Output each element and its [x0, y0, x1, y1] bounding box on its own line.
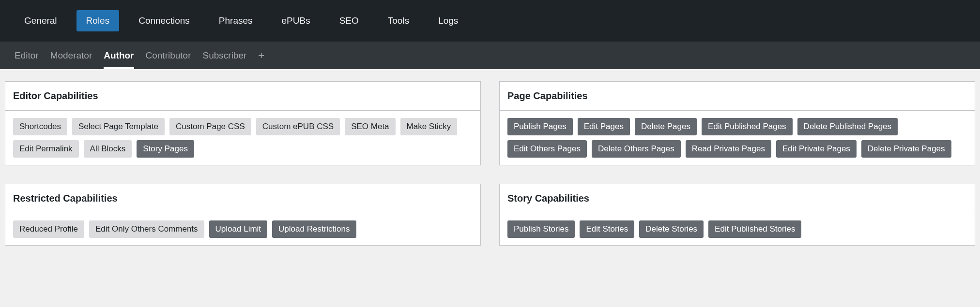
cap-read-private-pages[interactable]: Read Private Pages — [686, 140, 771, 158]
content-area: Editor CapabilitiesShortcodesSelect Page… — [0, 69, 980, 258]
cap-delete-others-pages[interactable]: Delete Others Pages — [592, 140, 681, 158]
right-column: Page CapabilitiesPublish PagesEdit Pages… — [499, 81, 975, 246]
cap-delete-private-pages[interactable]: Delete Private Pages — [861, 140, 951, 158]
cap-publish-stories[interactable]: Publish Stories — [507, 220, 575, 238]
cap-edit-pages[interactable]: Edit Pages — [578, 118, 630, 135]
story-capabilities-panel-header: Story Capabilities — [500, 184, 975, 213]
role-subscriber[interactable]: Subscriber — [203, 42, 247, 69]
editor-capabilities-panel-header: Editor Capabilities — [5, 82, 480, 111]
cap-upload-limit[interactable]: Upload Limit — [209, 220, 268, 238]
cap-custom-page-css[interactable]: Custom Page CSS — [169, 118, 251, 135]
secondary-nav: EditorModeratorAuthorContributorSubscrib… — [0, 42, 980, 69]
restricted-capabilities-panel: Restricted CapabilitiesReduced ProfileEd… — [5, 184, 481, 246]
cap-edit-published-stories[interactable]: Edit Published Stories — [708, 220, 801, 238]
plus-icon: + — [258, 49, 264, 62]
cap-delete-published-pages[interactable]: Delete Published Pages — [797, 118, 898, 135]
add-role-button[interactable]: + — [258, 42, 264, 69]
nav-general[interactable]: General — [15, 10, 67, 31]
cap-edit-published-pages[interactable]: Edit Published Pages — [702, 118, 793, 135]
page-capabilities-panel-header: Page Capabilities — [500, 82, 975, 111]
page-capabilities-panel-body: Publish PagesEdit PagesDelete PagesEdit … — [500, 111, 975, 165]
nav-connections[interactable]: Connections — [129, 10, 199, 31]
nav-tools[interactable]: Tools — [378, 10, 419, 31]
role-author[interactable]: Author — [104, 42, 134, 69]
cap-publish-pages[interactable]: Publish Pages — [507, 118, 573, 135]
nav-phrases[interactable]: Phrases — [209, 10, 262, 31]
primary-nav: GeneralRolesConnectionsPhrasesePUBsSEOTo… — [0, 0, 980, 42]
cap-select-page-template[interactable]: Select Page Template — [72, 118, 165, 135]
cap-upload-restrictions[interactable]: Upload Restrictions — [272, 220, 356, 238]
cap-reduced-profile[interactable]: Reduced Profile — [13, 220, 84, 238]
story-capabilities-panel: Story CapabilitiesPublish StoriesEdit St… — [499, 184, 975, 246]
role-editor[interactable]: Editor — [15, 42, 39, 69]
cap-edit-private-pages[interactable]: Edit Private Pages — [776, 140, 857, 158]
cap-edit-others-pages[interactable]: Edit Others Pages — [507, 140, 587, 158]
restricted-capabilities-panel-header: Restricted Capabilities — [5, 184, 480, 213]
editor-capabilities-panel: Editor CapabilitiesShortcodesSelect Page… — [5, 81, 481, 165]
restricted-capabilities-panel-body: Reduced ProfileEdit Only Others Comments… — [5, 213, 480, 245]
cap-edit-only-others-comments[interactable]: Edit Only Others Comments — [89, 220, 204, 238]
nav-epubs[interactable]: ePUBs — [272, 10, 320, 31]
editor-capabilities-panel-body: ShortcodesSelect Page TemplateCustom Pag… — [5, 111, 480, 165]
cap-seo-meta[interactable]: SEO Meta — [345, 118, 395, 135]
nav-logs[interactable]: Logs — [429, 10, 468, 31]
cap-story-pages[interactable]: Story Pages — [137, 140, 194, 158]
cap-custom-epub-css[interactable]: Custom ePUB CSS — [256, 118, 340, 135]
cap-shortcodes[interactable]: Shortcodes — [13, 118, 67, 135]
role-moderator[interactable]: Moderator — [50, 42, 92, 69]
cap-make-sticky[interactable]: Make Sticky — [400, 118, 458, 135]
cap-delete-pages[interactable]: Delete Pages — [635, 118, 697, 135]
cap-edit-stories[interactable]: Edit Stories — [580, 220, 634, 238]
cap-edit-permalink[interactable]: Edit Permalink — [13, 140, 79, 158]
page-capabilities-panel: Page CapabilitiesPublish PagesEdit Pages… — [499, 81, 975, 165]
cap-delete-stories[interactable]: Delete Stories — [639, 220, 704, 238]
nav-roles[interactable]: Roles — [77, 10, 120, 31]
nav-seo[interactable]: SEO — [330, 10, 368, 31]
role-contributor[interactable]: Contributor — [146, 42, 191, 69]
cap-all-blocks[interactable]: All Blocks — [84, 140, 132, 158]
story-capabilities-panel-body: Publish StoriesEdit StoriesDelete Storie… — [500, 213, 975, 245]
left-column: Editor CapabilitiesShortcodesSelect Page… — [5, 81, 481, 246]
